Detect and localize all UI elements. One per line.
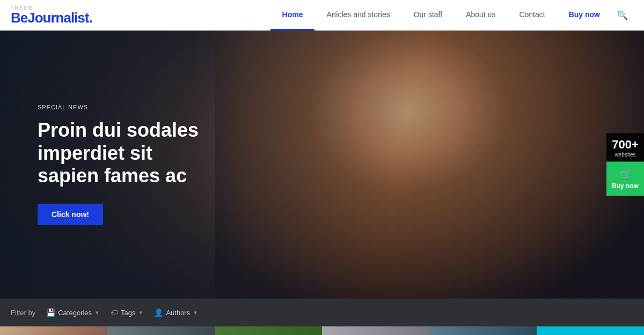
- hero-title: Proin dui sodales imperdiet sit sapien f…: [38, 119, 209, 187]
- categories-chevron-icon: ▼: [94, 310, 100, 316]
- side-panel-number: 700+: [612, 138, 639, 152]
- thumbnail-2[interactable]: [215, 326, 322, 335]
- thumbnail-1[interactable]: [107, 326, 215, 335]
- hero-cta-button[interactable]: Click now!: [38, 204, 103, 225]
- nav-item-home[interactable]: Home: [270, 0, 315, 31]
- hero-tag: SPECIAL NEWS: [38, 104, 209, 110]
- side-panel: 700+ websites 🛒 Buy now: [606, 133, 644, 196]
- navbar: THEME BeJournalist. Home Articles and st…: [0, 0, 644, 31]
- side-panel-sublabel: websites: [612, 152, 639, 158]
- search-icon[interactable]: 🔍: [612, 0, 633, 31]
- authors-chevron-icon: ▼: [193, 310, 198, 316]
- side-panel-buy-label: Buy now: [612, 182, 639, 190]
- categories-label: Categories: [58, 309, 92, 317]
- hero-section: SPECIAL NEWS Proin dui sodales imperdiet…: [0, 31, 644, 299]
- hero-content: SPECIAL NEWS Proin dui sodales imperdiet…: [0, 31, 247, 299]
- categories-icon: 💾: [46, 308, 55, 317]
- categories-filter-button[interactable]: 💾 Categories ▼: [46, 308, 100, 317]
- side-panel-counter: 700+ websites: [606, 133, 644, 162]
- nav-links: Home Articles and stories Our staff Abou…: [270, 0, 633, 30]
- side-panel-buy-button[interactable]: 🛒 Buy now: [606, 162, 644, 196]
- article-thumbnails: [0, 326, 644, 335]
- tags-label: Tags: [121, 309, 135, 317]
- cart-icon: 🛒: [619, 168, 631, 180]
- thumbnail-5[interactable]: [537, 326, 644, 335]
- thumbnail-0[interactable]: [0, 326, 107, 335]
- tags-icon: 🏷: [111, 308, 118, 317]
- nav-item-articles[interactable]: Articles and stories: [314, 0, 401, 31]
- authors-filter-button[interactable]: 👤 Authors ▼: [154, 308, 198, 317]
- nav-item-contact[interactable]: Contact: [507, 0, 557, 31]
- authors-label: Authors: [166, 309, 190, 317]
- tags-chevron-icon: ▼: [138, 310, 143, 316]
- tags-filter-button[interactable]: 🏷 Tags ▼: [111, 308, 143, 317]
- nav-item-about[interactable]: About us: [454, 0, 507, 31]
- filter-label: Filter by: [11, 309, 35, 317]
- logo-text: BeJournalist.: [11, 11, 92, 25]
- nav-item-staff[interactable]: Our staff: [402, 0, 454, 31]
- logo[interactable]: THEME BeJournalist.: [11, 5, 92, 25]
- filter-bar: Filter by 💾 Categories ▼ 🏷 Tags ▼ 👤 Auth…: [0, 299, 644, 326]
- thumbnail-4[interactable]: [429, 326, 537, 335]
- nav-buy-button[interactable]: Buy now: [557, 0, 612, 31]
- authors-icon: 👤: [154, 308, 163, 317]
- thumbnail-3[interactable]: [322, 326, 429, 335]
